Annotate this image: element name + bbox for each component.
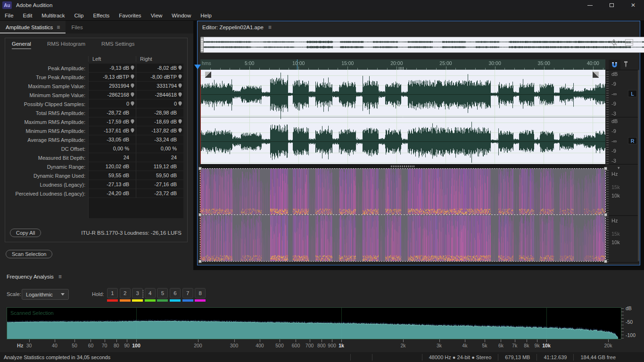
hold-button-6[interactable]: 6 xyxy=(170,288,181,298)
marker-pin-icon[interactable] xyxy=(131,128,134,133)
overview-strip[interactable] xyxy=(200,37,644,53)
current-time-indicator[interactable] xyxy=(194,65,201,73)
selection-handle[interactable] xyxy=(604,260,607,263)
ruler-tick xyxy=(544,66,545,70)
selection-handle[interactable] xyxy=(198,167,202,170)
selection-handle[interactable] xyxy=(198,260,202,263)
stat-value-right: -28,98 dB xyxy=(136,108,183,117)
marker-pin-icon[interactable] xyxy=(178,66,182,70)
hold-button-4[interactable]: 4 xyxy=(145,288,156,298)
frequency-plot-canvas[interactable] xyxy=(7,308,621,339)
menu-multitrack[interactable]: Multitrack xyxy=(37,10,69,21)
stat-label: Loudness (Legacy): xyxy=(7,182,88,188)
menu-favorites[interactable]: Favorites xyxy=(114,10,146,21)
marker-pin-icon[interactable] xyxy=(131,83,134,88)
marker-pin-icon[interactable] xyxy=(131,119,134,124)
close-button[interactable]: ✕ xyxy=(622,0,644,10)
hold-button-7[interactable]: 7 xyxy=(182,288,193,298)
selection-handle[interactable] xyxy=(604,213,607,216)
stat-value-left: -17,59 dB xyxy=(88,117,136,126)
waveform-spectral-splitter[interactable] xyxy=(200,164,605,169)
x-tick-label: 900 xyxy=(328,343,336,348)
menu-effects[interactable]: Effects xyxy=(88,10,114,21)
spectrogram-canvas[interactable] xyxy=(200,169,605,261)
waveform-display[interactable] xyxy=(200,70,605,164)
scale-dropdown[interactable]: Logarithmic xyxy=(22,289,69,300)
tab-files[interactable]: Files xyxy=(66,21,88,33)
x-tick-label: 60 xyxy=(88,343,94,348)
snap-toggle[interactable] xyxy=(609,60,620,70)
editor-scrollbar[interactable] xyxy=(638,70,639,261)
minimize-button[interactable] xyxy=(579,0,601,10)
marker-pin-icon[interactable] xyxy=(131,66,134,70)
scan-selection-button[interactable]: Scan Selection xyxy=(6,250,52,258)
stat-label: True Peak Amplitude: xyxy=(7,74,88,80)
stat-value-text: -9,13 dB xyxy=(109,65,129,71)
stat-label: Possibly Clipped Samples: xyxy=(7,101,88,107)
x-tick-mark xyxy=(91,339,91,342)
stat-value-text: 0,00 % xyxy=(113,146,129,151)
overview-waveform[interactable] xyxy=(201,37,644,52)
spectral-display[interactable] xyxy=(200,169,605,261)
stat-value-left: -137,61 dB xyxy=(88,126,136,135)
hold-button-2[interactable]: 2 xyxy=(120,288,131,298)
marker-pin-icon[interactable] xyxy=(178,92,182,97)
stat-label: Average RMS Amplitude: xyxy=(7,137,88,143)
waveform-canvas[interactable] xyxy=(200,70,605,164)
timeline-ruler[interactable]: hms 5:0010:0015:0020:0025:0030:0035:0040… xyxy=(200,59,605,70)
hold-button-5[interactable]: 5 xyxy=(157,288,168,298)
channels-layout-icon[interactable] xyxy=(625,39,633,46)
channel-badge-l[interactable]: L xyxy=(628,90,637,97)
ruler-label: 25:00 xyxy=(439,60,452,66)
marker-pin-icon[interactable] xyxy=(178,74,182,79)
status-spacer xyxy=(622,354,644,361)
marker-pin-icon[interactable] xyxy=(178,101,182,106)
hold-button-8[interactable]: 8 xyxy=(195,288,206,298)
marker-pin-icon[interactable] xyxy=(178,128,182,133)
scale-label: dB xyxy=(611,71,618,77)
subtab-rms-histogram[interactable]: RMS Histogram xyxy=(47,41,85,49)
ruler-tick xyxy=(495,66,495,70)
status-bar: Analyze Statistics completed in 34,05 se… xyxy=(0,352,644,362)
menu-help[interactable]: Help xyxy=(196,10,216,21)
menu-clip[interactable]: Clip xyxy=(70,10,89,21)
subtab-general[interactable]: General xyxy=(12,41,31,49)
stat-value-right: 119,12 dB xyxy=(136,162,183,171)
scale-label: -9 xyxy=(611,148,616,154)
menu-view[interactable]: View xyxy=(146,10,167,21)
menu-file[interactable]: File xyxy=(0,10,18,21)
stat-value-right: -2844618 xyxy=(136,90,183,99)
menu-edit[interactable]: Edit xyxy=(18,10,37,21)
subtab-rms-settings[interactable]: RMS Settings xyxy=(101,41,134,49)
marker-pin-icon[interactable] xyxy=(131,101,134,106)
stat-value-left: 120,02 dB xyxy=(88,162,136,171)
editor-tab-title[interactable]: Editor: Zeppelin02A1.ape xyxy=(202,25,264,30)
fade-in-handle[interactable] xyxy=(205,72,211,78)
panel-menu-icon[interactable]: ≡ xyxy=(58,273,62,280)
hold-button-3[interactable]: 3 xyxy=(132,288,143,298)
selection-handle[interactable] xyxy=(604,167,607,170)
x-tick-mark xyxy=(105,339,105,342)
frequency-plot[interactable] xyxy=(7,307,621,339)
frequency-analysis-title: Frequency Analysis xyxy=(7,274,54,280)
panel-menu-icon[interactable]: ≡ xyxy=(268,24,272,31)
frequency-x-axis: 3040506070809010020030040050060070080090… xyxy=(0,339,644,351)
overview-left-handle[interactable] xyxy=(200,37,204,52)
maximize-button[interactable] xyxy=(601,0,622,10)
channel-badge-r[interactable]: R xyxy=(628,137,637,144)
copy-all-button[interactable]: Copy All xyxy=(10,229,41,237)
selection-handle[interactable] xyxy=(198,213,202,216)
hold-button-1[interactable]: 1 xyxy=(107,288,118,298)
x-tick-mark xyxy=(608,339,609,342)
menu-window[interactable]: Window xyxy=(167,10,196,21)
marker-pin-icon[interactable] xyxy=(178,119,182,124)
marker-pin-icon[interactable] xyxy=(623,61,628,69)
x-tick-mark xyxy=(116,339,117,342)
zoom-navigate-icon[interactable] xyxy=(610,39,619,47)
marker-pin-icon[interactable] xyxy=(178,83,182,88)
panel-menu-icon[interactable]: ≡ xyxy=(57,24,60,31)
marker-pin-icon[interactable] xyxy=(131,92,134,97)
tab-amplitude-statistics[interactable]: Amplitude Statistics ≡ xyxy=(0,21,66,33)
marker-pin-icon[interactable] xyxy=(131,74,134,79)
fade-out-handle[interactable] xyxy=(593,72,599,78)
